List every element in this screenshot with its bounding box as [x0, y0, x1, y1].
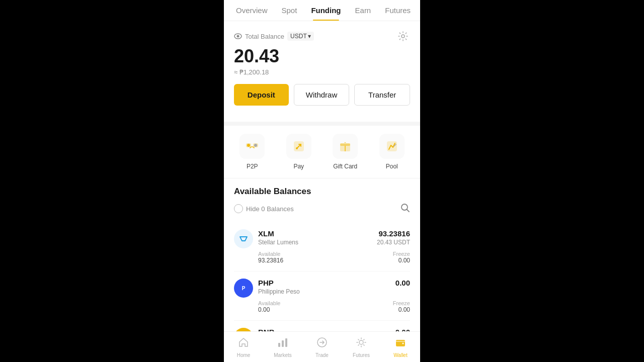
hide-zero-label: Hide 0 Balances — [246, 205, 294, 213]
xlm-info: XLM 93.23816 Stellar Lumens 20.43 USDT A… — [258, 229, 410, 264]
xlm-freeze-label: Freeze — [393, 251, 410, 257]
pay-icon — [286, 134, 311, 159]
svg-rect-25 — [282, 340, 284, 347]
wallet-label: Wallet — [393, 352, 407, 358]
coin-row-xlm[interactable]: XLM 93.23816 Stellar Lumens 20.43 USDT A… — [234, 222, 410, 272]
svg-point-5 — [247, 144, 250, 147]
svg-line-15 — [407, 209, 410, 212]
php-balance: 0.00 — [395, 279, 410, 287]
futures-label: Futures — [353, 352, 370, 358]
pool-icon — [379, 134, 405, 159]
coin-row-bnb[interactable]: BNB 0.00 BNB — [234, 321, 410, 331]
section-divider — [224, 122, 420, 126]
bnb-balance: 0.00 — [395, 328, 410, 331]
quick-actions: P2P Pay — [224, 126, 420, 178]
svg-point-6 — [254, 144, 257, 147]
futures-icon — [356, 337, 367, 351]
p2p-icon — [239, 134, 265, 159]
bnb-info: BNB 0.00 BNB — [258, 328, 410, 331]
xlm-available-label: Available — [258, 251, 283, 257]
quick-action-p2p[interactable]: P2P — [234, 134, 270, 170]
tab-funding[interactable]: Funding — [304, 0, 348, 21]
giftcard-icon — [333, 134, 358, 159]
php-available-value: 0.00 — [258, 306, 280, 313]
deposit-button[interactable]: Deposit — [234, 84, 289, 106]
markets-icon — [277, 337, 288, 351]
tab-overview[interactable]: Overview — [229, 0, 275, 21]
pay-label: Pay — [293, 163, 304, 170]
php-symbol: PHP — [258, 279, 274, 287]
withdraw-button[interactable]: Withdraw — [294, 84, 350, 106]
markets-label: Markets — [274, 352, 292, 358]
balances-title: Available Balances — [234, 187, 410, 197]
coin-row-php[interactable]: P PHP 0.00 Philippine Peso Available 0. — [234, 272, 410, 321]
svg-point-1 — [237, 35, 239, 38]
bottom-nav-home[interactable]: Home — [224, 335, 263, 360]
svg-rect-26 — [285, 338, 287, 347]
bnb-symbol: BNB — [258, 328, 275, 331]
home-label: Home — [237, 352, 251, 358]
bnb-icon — [234, 328, 253, 331]
php-freeze-value: 0.00 — [393, 306, 410, 313]
svg-point-30 — [403, 343, 404, 344]
p2p-label: P2P — [247, 163, 258, 170]
balances-section: Available Balances Hide 0 Balances — [224, 178, 420, 331]
transfer-button[interactable]: Transfer — [354, 84, 410, 106]
tab-spot[interactable]: Spot — [275, 0, 304, 21]
svg-point-8 — [296, 147, 298, 149]
tab-earn[interactable]: Earn — [348, 0, 378, 21]
bottom-navigation: Home Markets Trade — [224, 331, 420, 362]
home-icon — [238, 337, 249, 351]
svg-rect-10 — [340, 143, 350, 146]
xlm-symbol: XLM — [258, 229, 274, 238]
toggle-circle-icon — [234, 204, 243, 213]
quick-action-pool[interactable]: Pool — [374, 134, 410, 170]
trade-label: Trade — [315, 352, 329, 358]
giftcard-label: Gift Card — [333, 163, 357, 170]
svg-point-16 — [238, 233, 249, 244]
xlm-balance: 93.23816 — [378, 229, 410, 238]
pool-label: Pool — [386, 163, 398, 170]
trade-icon — [316, 337, 328, 351]
bottom-nav-trade[interactable]: Trade — [302, 335, 342, 360]
filter-row: Hide 0 Balances — [234, 203, 410, 215]
eye-icon[interactable] — [234, 32, 242, 40]
settings-icon[interactable] — [396, 29, 410, 43]
bottom-nav-wallet[interactable]: Wallet — [381, 335, 420, 360]
currency-badge[interactable]: USDT ▾ — [287, 32, 314, 41]
action-buttons: Deposit Withdraw Transfer — [234, 84, 410, 106]
xlm-icon — [234, 229, 253, 248]
svg-point-28 — [359, 340, 363, 344]
svg-point-2 — [401, 35, 405, 38]
php-info: PHP 0.00 Philippine Peso Available 0.00 … — [258, 279, 410, 313]
search-button[interactable] — [400, 203, 410, 215]
total-balance-label: Total Balance — [245, 33, 284, 40]
xlm-freeze-value: 0.00 — [393, 257, 410, 264]
quick-action-giftcard[interactable]: Gift Card — [328, 134, 363, 170]
php-fullname: Philippine Peso — [258, 288, 300, 295]
bottom-nav-markets[interactable]: Markets — [263, 335, 302, 360]
php-icon: P — [234, 279, 253, 298]
wallet-icon — [395, 337, 406, 351]
xlm-usdt-value: 20.43 USDT — [377, 239, 410, 246]
balance-section: Total Balance USDT ▾ 20.43 ≈ ₱1,200.18 D… — [224, 21, 420, 114]
bottom-nav-futures[interactable]: Futures — [342, 335, 381, 360]
svg-text:P: P — [242, 286, 246, 291]
balance-value: 20.43 — [234, 46, 410, 66]
top-navigation: Overview Spot Funding Earn Futures — [224, 0, 420, 21]
quick-action-pay[interactable]: Pay — [281, 134, 316, 170]
hide-zero-toggle[interactable]: Hide 0 Balances — [234, 204, 294, 213]
balance-fiat: ≈ ₱1,200.18 — [234, 68, 410, 76]
main-content: Total Balance USDT ▾ 20.43 ≈ ₱1,200.18 D… — [224, 21, 420, 331]
tab-futures[interactable]: Futures — [378, 0, 418, 21]
php-freeze-label: Freeze — [393, 300, 410, 306]
php-available-label: Available — [258, 300, 280, 306]
svg-rect-24 — [278, 343, 280, 347]
xlm-fullname: Stellar Lumens — [258, 239, 298, 246]
xlm-available-value: 93.23816 — [258, 257, 283, 264]
